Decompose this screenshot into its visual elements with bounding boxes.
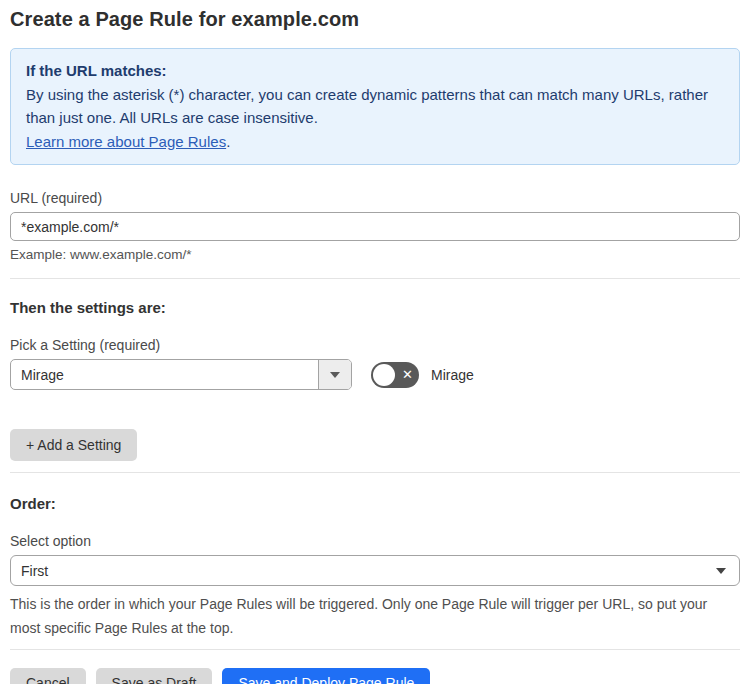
order-select-value: First <box>11 563 48 579</box>
cancel-button[interactable]: Cancel <box>10 668 86 684</box>
url-match-info-box: If the URL matches: By using the asteris… <box>10 48 740 165</box>
url-input[interactable] <box>10 212 740 241</box>
divider <box>10 649 740 650</box>
chevron-down-icon <box>330 372 340 378</box>
page-title: Create a Page Rule for example.com <box>10 8 740 31</box>
mirage-toggle[interactable]: ✕ <box>371 362 419 388</box>
link-period: . <box>226 133 230 150</box>
chevron-down-icon <box>716 568 726 574</box>
divider <box>10 472 740 473</box>
settings-section-heading: Then the settings are: <box>10 299 740 316</box>
url-field-helper: Example: www.example.com/* <box>10 247 740 262</box>
toggle-label: Mirage <box>431 367 474 383</box>
order-section-heading: Order: <box>10 495 740 512</box>
learn-more-link[interactable]: Learn more about Page Rules <box>26 133 226 150</box>
toggle-knob <box>373 364 395 386</box>
info-box-link-line: Learn more about Page Rules. <box>26 130 724 154</box>
x-mark-icon: ✕ <box>402 362 413 388</box>
footer-actions: Cancel Save as Draft Save and Deploy Pag… <box>10 668 740 684</box>
divider <box>10 278 740 279</box>
setting-select-value: Mirage <box>11 360 318 389</box>
setting-row: Mirage ✕ Mirage <box>10 359 740 390</box>
info-box-heading: If the URL matches: <box>26 59 724 83</box>
url-field-label: URL (required) <box>10 190 740 206</box>
order-select-label: Select option <box>10 533 740 549</box>
info-box-body: By using the asterisk (*) character, you… <box>26 83 724 130</box>
order-select[interactable]: First <box>10 555 740 586</box>
save-as-draft-button[interactable]: Save as Draft <box>96 668 213 684</box>
pick-setting-label: Pick a Setting (required) <box>10 337 740 353</box>
save-and-deploy-button[interactable]: Save and Deploy Page Rule <box>222 668 430 684</box>
setting-select-arrow-button[interactable] <box>318 360 351 389</box>
order-helper-text: This is the order in which your Page Rul… <box>10 592 740 640</box>
add-setting-button[interactable]: + Add a Setting <box>10 429 137 461</box>
setting-select[interactable]: Mirage <box>10 359 352 390</box>
page-rule-form: Create a Page Rule for example.com If th… <box>0 0 750 684</box>
